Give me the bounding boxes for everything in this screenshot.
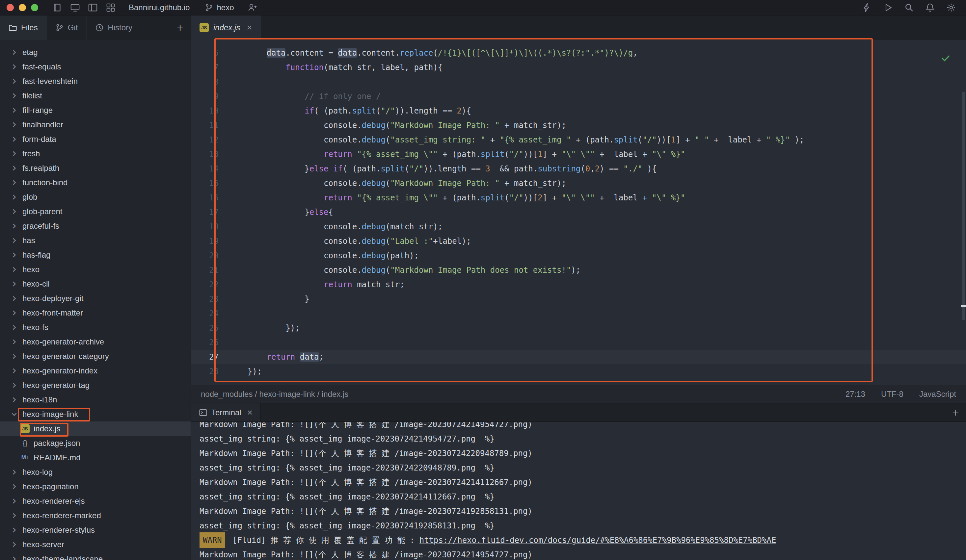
window-zoom-button[interactable] bbox=[31, 4, 38, 11]
code-line-26[interactable]: 26 bbox=[191, 335, 966, 350]
tree-folder-fill-range[interactable]: fill-range bbox=[0, 103, 191, 118]
tree-folder-hexo[interactable]: hexo bbox=[0, 262, 191, 277]
tab-git[interactable]: Git bbox=[47, 15, 87, 40]
tree-folder-hexo-server[interactable]: hexo-server bbox=[0, 537, 191, 552]
tree-folder-has[interactable]: has bbox=[0, 233, 191, 248]
code-line-17[interactable]: 17 }else{ bbox=[191, 205, 966, 219]
tree-folder-hexo-log[interactable]: hexo-log bbox=[0, 465, 191, 480]
editor-tab-indexjs[interactable]: JS index.js × bbox=[191, 15, 261, 40]
tree-folder-hexo-theme-landscape[interactable]: hexo-theme-landscape bbox=[0, 552, 191, 560]
settings-gear-icon[interactable] bbox=[946, 3, 956, 13]
tree-folder-fs.realpath[interactable]: fs.realpath bbox=[0, 161, 191, 175]
code-line-7[interactable]: 7 function(match_str, label, path){ bbox=[191, 60, 966, 75]
tree-folder-glob[interactable]: glob bbox=[0, 190, 191, 204]
tab-history[interactable]: History bbox=[87, 15, 141, 40]
zap-icon[interactable] bbox=[862, 3, 872, 13]
code-line-20[interactable]: 20 console.debug(path); bbox=[191, 249, 966, 263]
window-minimize-button[interactable] bbox=[19, 4, 26, 11]
encoding-indicator[interactable]: UTF-8 bbox=[881, 390, 904, 399]
close-icon[interactable]: × bbox=[246, 22, 252, 33]
code-line-24[interactable]: 24 bbox=[191, 306, 966, 321]
tab-files[interactable]: Files bbox=[0, 15, 47, 40]
tree-folder-hexo-deployer-git[interactable]: hexo-deployer-git bbox=[0, 291, 191, 306]
code-line-22[interactable]: 22 return match_str; bbox=[191, 277, 966, 292]
git-branch-indicator[interactable]: hexo bbox=[205, 3, 234, 12]
language-indicator[interactable]: JavaScript bbox=[919, 390, 956, 399]
bell-icon[interactable] bbox=[925, 3, 935, 13]
tree-file-README.md[interactable]: M↓README.md bbox=[0, 450, 191, 465]
tree-folder-hexo-generator-tag[interactable]: hexo-generator-tag bbox=[0, 378, 191, 393]
tree-folder-hexo-renderer-stylus[interactable]: hexo-renderer-stylus bbox=[0, 523, 191, 537]
code-line-6[interactable]: 6 data.content = data.content.replace(/!… bbox=[191, 46, 966, 60]
tree-folder-hexo-renderer-marked[interactable]: hexo-renderer-marked bbox=[0, 508, 191, 523]
code-line-18[interactable]: 18 console.debug(match_str); bbox=[191, 219, 966, 234]
tree-folder-has-flag[interactable]: has-flag bbox=[0, 248, 191, 262]
code-line-14[interactable]: 14 }else if( (path.split("/")).length ==… bbox=[191, 162, 966, 176]
tree-folder-hexo-fs[interactable]: hexo-fs bbox=[0, 320, 191, 335]
breadcrumb[interactable]: node_modules / hexo-image-link / index.j… bbox=[201, 390, 348, 399]
window-close-button[interactable] bbox=[7, 4, 14, 11]
code-line-23[interactable]: 23 } bbox=[191, 292, 966, 306]
add-panel-icon[interactable]: + bbox=[177, 22, 183, 33]
code-line-16[interactable]: 16 return "{% asset_img \"" + (path.spli… bbox=[191, 190, 966, 205]
screen-share-icon[interactable] bbox=[70, 3, 80, 13]
tree-folder-hexo-cli[interactable]: hexo-cli bbox=[0, 277, 191, 291]
grid-icon[interactable] bbox=[106, 3, 115, 13]
tree-folder-hexo-image-link[interactable]: hexo-image-link bbox=[0, 407, 191, 421]
add-collaborator-icon[interactable] bbox=[247, 3, 258, 12]
code-line-13[interactable]: 13 return "{% asset_img \"" + (path.spli… bbox=[191, 147, 966, 162]
tree-folder-hexo-pagination[interactable]: hexo-pagination bbox=[0, 480, 191, 494]
diagnostics-check-icon[interactable] bbox=[940, 52, 951, 63]
tree-folder-graceful-fs[interactable]: graceful-fs bbox=[0, 219, 191, 233]
code-line-8[interactable]: 8 bbox=[191, 75, 966, 89]
tree-folder-fast-equals[interactable]: fast-equals bbox=[0, 59, 191, 74]
tree-file-package.json[interactable]: {}package.json bbox=[0, 436, 191, 450]
tree-folder-hexo-generator-index[interactable]: hexo-generator-index bbox=[0, 364, 191, 378]
tree-folder-hexo-renderer-ejs[interactable]: hexo-renderer-ejs bbox=[0, 494, 191, 508]
tree-folder-hexo-generator-archive[interactable]: hexo-generator-archive bbox=[0, 335, 191, 349]
tree-folder-form-data[interactable]: form-data bbox=[0, 132, 191, 146]
search-icon[interactable] bbox=[904, 3, 914, 13]
terminal-tab[interactable]: Terminal × bbox=[191, 403, 261, 421]
git-branch-icon bbox=[55, 23, 64, 32]
tree-folder-filelist[interactable]: filelist bbox=[0, 88, 191, 103]
project-name[interactable]: Bannirui.github.io bbox=[129, 3, 190, 12]
tree-folder-glob-parent[interactable]: glob-parent bbox=[0, 204, 191, 219]
js-file-icon: JS bbox=[20, 424, 30, 433]
tree-folder-fresh[interactable]: fresh bbox=[0, 146, 191, 161]
tree-item-label: hexo-theme-landscape bbox=[22, 554, 103, 560]
play-icon[interactable] bbox=[883, 3, 893, 13]
tree-folder-hexo-i18n[interactable]: hexo-i18n bbox=[0, 393, 191, 407]
code-line-10[interactable]: 10 if( (path.split("/")).length == 2){ bbox=[191, 104, 966, 118]
new-terminal-icon[interactable]: + bbox=[952, 407, 959, 418]
journal-icon[interactable] bbox=[53, 3, 62, 13]
code-line-9[interactable]: 9 // if only one / bbox=[191, 89, 966, 104]
code-line-27[interactable]: 27 return data; bbox=[191, 350, 966, 364]
tree-folder-function-bind[interactable]: function-bind bbox=[0, 175, 191, 190]
tree-folder-hexo-generator-category[interactable]: hexo-generator-category bbox=[0, 349, 191, 364]
code-line-15[interactable]: 15 console.debug("Markdown Image Path: "… bbox=[191, 176, 966, 190]
tree-folder-finalhandler[interactable]: finalhandler bbox=[0, 118, 191, 132]
cursor-position[interactable]: 27:13 bbox=[846, 390, 865, 399]
code-line-12[interactable]: 12 console.debug("asset_img string: " + … bbox=[191, 133, 966, 147]
tree-folder-etag[interactable]: etag bbox=[0, 45, 191, 59]
terminal-panel[interactable]: Markdown Image Path: ![](个 人 博 客 搭 建 /im… bbox=[191, 422, 966, 560]
code-line-25[interactable]: 25 }); bbox=[191, 321, 966, 335]
chevron-right-icon bbox=[10, 482, 18, 491]
code-line-11[interactable]: 11 console.debug("Markdown Image Path: "… bbox=[191, 118, 966, 133]
tree-folder-hexo-front-matter[interactable]: hexo-front-matter bbox=[0, 306, 191, 320]
tree-folder-fast-levenshtein[interactable]: fast-levenshtein bbox=[0, 74, 191, 88]
tree-item-label: hexo-fs bbox=[22, 323, 48, 332]
tree-file-index.js[interactable]: JSindex.js bbox=[0, 421, 191, 436]
code-line-28[interactable]: 28 }); bbox=[191, 364, 966, 379]
close-icon[interactable]: × bbox=[247, 407, 253, 418]
code-line-19[interactable]: 19 console.debug("Label :"+label); bbox=[191, 234, 966, 249]
editor-scrollbar[interactable] bbox=[962, 92, 965, 320]
terminal-link[interactable]: https://hexo.fluid-dev.com/docs/guide/#%… bbox=[419, 533, 776, 547]
panel-left-icon[interactable] bbox=[88, 3, 98, 13]
code-text: return "{% asset_img \"" + (path.split("… bbox=[219, 147, 685, 162]
chevron-right-icon bbox=[10, 323, 18, 332]
code-editor[interactable]: 6 data.content = data.content.replace(/!… bbox=[191, 40, 966, 385]
code-line-21[interactable]: 21 console.debug("Markdown Image Path do… bbox=[191, 263, 966, 277]
tree-item-label: hexo-generator-archive bbox=[22, 337, 104, 347]
